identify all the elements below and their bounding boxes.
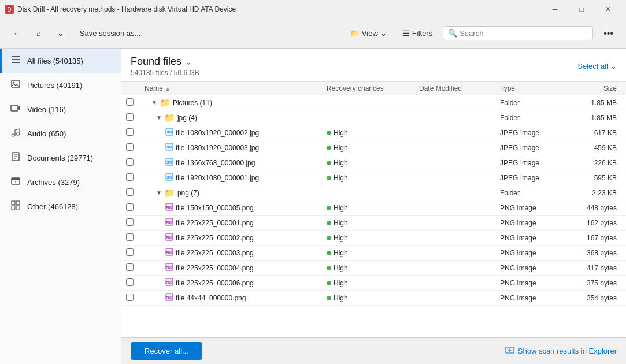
home-button[interactable]: ⌂ — [31, 25, 47, 41]
row-check-png[interactable] — [126, 188, 142, 198]
expand-arrow-jpg[interactable]: ▼ — [156, 114, 162, 121]
back-icon: ← — [13, 29, 20, 38]
row-type-jpg4: JPEG Image — [500, 174, 569, 182]
archives-icon — [10, 176, 21, 188]
checkbox-png6[interactable] — [126, 278, 134, 286]
sidebar-item-other[interactable]: Other (466128) — [0, 194, 121, 218]
png-file-icon1: PNG — [165, 203, 173, 213]
row-size-png7: 354 bytes — [569, 294, 621, 302]
row-check-png2[interactable] — [126, 218, 142, 228]
checkbox-jpg3[interactable] — [126, 158, 134, 166]
recover-all-button[interactable]: Recover all... — [131, 342, 202, 360]
row-check-png4[interactable] — [126, 248, 142, 258]
checkbox-png7[interactable] — [126, 294, 134, 301]
row-check-pictures[interactable] — [126, 98, 142, 107]
checkbox-jpg2[interactable] — [126, 143, 134, 151]
jpg-file-icon2: JPG — [165, 143, 173, 153]
view-button[interactable]: 📁 View ⌄ — [345, 25, 392, 41]
toolbar: ← ⌂ ⇓ Save session as... 📁 View ⌄ ☰ Filt… — [0, 18, 626, 49]
table-row: JPG file 1080x1920_000003.jpg High JPEG … — [121, 140, 626, 155]
svg-point-9 — [16, 133, 20, 135]
svg-text:D: D — [7, 6, 11, 13]
back-button[interactable]: ← — [7, 25, 26, 41]
header-date[interactable]: Date Modified — [419, 84, 500, 92]
checkbox-png[interactable] — [126, 188, 134, 196]
maximize-button[interactable]: □ — [568, 0, 595, 18]
row-size-png: 2.23 KB — [569, 189, 621, 197]
row-check-jpg2[interactable] — [126, 143, 142, 153]
header-recovery[interactable]: Recovery chances — [327, 84, 419, 92]
recovery-dot-jpg2 — [327, 146, 331, 150]
recovery-dot-png2 — [327, 221, 331, 225]
row-check-png1[interactable] — [126, 203, 142, 213]
checkbox-png4[interactable] — [126, 248, 134, 256]
checkbox-jpg1[interactable] — [126, 128, 134, 136]
recovery-dot-png1 — [327, 206, 331, 210]
search-icon: 🔍 — [448, 29, 457, 38]
header-name[interactable]: Name ▲ — [142, 84, 327, 92]
recovery-dot-jpg4 — [327, 176, 331, 180]
checkbox-pictures[interactable] — [126, 98, 134, 106]
show-explorer-button[interactable]: Show scan results in Explorer — [505, 346, 617, 356]
row-name-jpg: ▼ 📁 jpg (4) — [142, 113, 327, 123]
close-button[interactable]: ✕ — [595, 0, 621, 18]
row-check-jpg3[interactable] — [126, 158, 142, 168]
audio-icon — [10, 127, 21, 140]
row-check-jpg4[interactable] — [126, 173, 142, 183]
row-check-png6[interactable] — [126, 278, 142, 288]
row-type-png: Folder — [500, 189, 569, 197]
expand-arrow-pictures[interactable]: ▼ — [151, 99, 157, 106]
table-row: ▼ 📁 png (7) Folder 2.23 KB — [121, 185, 626, 200]
sidebar-item-other-label: Other (466128) — [27, 202, 78, 211]
recovery-label-jpg3: High — [334, 159, 348, 167]
header-size[interactable]: Size — [569, 84, 621, 92]
save-session-button[interactable]: Save session as... — [74, 25, 147, 41]
svg-text:PNG: PNG — [166, 296, 173, 299]
svg-text:JPG: JPG — [166, 131, 172, 134]
row-check-png3[interactable] — [126, 233, 142, 243]
sidebar: All files (540135) Pictures (40191) Vide… — [0, 49, 121, 364]
recovery-dot-png4 — [327, 251, 331, 255]
checkbox-jpg[interactable] — [126, 113, 134, 121]
content-header: Found files ⌄ 540135 files / 50.6 GB Sel… — [121, 49, 626, 82]
row-name-png: ▼ 📁 png (7) — [142, 188, 327, 198]
row-check-png5[interactable] — [126, 263, 142, 273]
sidebar-item-video[interactable]: Video (116) — [0, 97, 121, 121]
expand-arrow-png[interactable]: ▼ — [156, 190, 162, 196]
select-all-button[interactable]: Select all ⌄ — [577, 62, 617, 70]
svg-text:PNG: PNG — [166, 206, 173, 209]
row-type-pictures: Folder — [500, 99, 569, 107]
row-size-png1: 448 bytes — [569, 204, 621, 212]
checkbox-png2[interactable] — [126, 218, 134, 226]
search-input[interactable] — [460, 29, 588, 38]
recovery-dot-png7 — [327, 296, 331, 300]
checkbox-png3[interactable] — [126, 233, 134, 241]
row-check-png7[interactable] — [126, 294, 142, 303]
filename-pictures: Pictures (11) — [173, 99, 212, 107]
file-list-scroll[interactable]: ▼ 📁 Pictures (11) Folder 1.85 MB ▼ � — [121, 95, 626, 337]
table-row: JPG file 1920x1080_000001.jpg High JPEG … — [121, 170, 626, 185]
checkbox-png1[interactable] — [126, 203, 134, 211]
svg-rect-15 — [12, 178, 20, 180]
sidebar-item-pictures[interactable]: Pictures (40191) — [0, 73, 121, 97]
download-button[interactable]: ⇓ — [51, 25, 69, 41]
minimize-button[interactable]: ─ — [542, 0, 568, 18]
header-type[interactable]: Type — [500, 84, 569, 92]
name-sort-icon: ▲ — [165, 86, 171, 92]
sidebar-item-audio[interactable]: Audio (650) — [0, 121, 121, 146]
more-button[interactable]: ••• — [598, 25, 619, 42]
checkbox-jpg4[interactable] — [126, 173, 134, 181]
png-file-icon2: PNG — [165, 218, 173, 228]
sidebar-item-archives[interactable]: Archives (3279) — [0, 170, 121, 194]
filters-button[interactable]: ☰ Filters — [397, 25, 438, 41]
row-recovery-png6: High — [327, 279, 419, 287]
row-type-png1: PNG Image — [500, 204, 569, 212]
checkbox-png5[interactable] — [126, 263, 134, 271]
sidebar-item-all-files[interactable]: All files (540135) — [0, 49, 121, 73]
other-icon — [10, 200, 21, 213]
app-icon: D — [5, 5, 14, 14]
row-check-jpg[interactable] — [126, 113, 142, 122]
row-check-jpg1[interactable] — [126, 128, 142, 138]
table-row: ▼ 📁 jpg (4) Folder 1.85 MB — [121, 110, 626, 125]
sidebar-item-documents[interactable]: Documents (29771) — [0, 146, 121, 170]
